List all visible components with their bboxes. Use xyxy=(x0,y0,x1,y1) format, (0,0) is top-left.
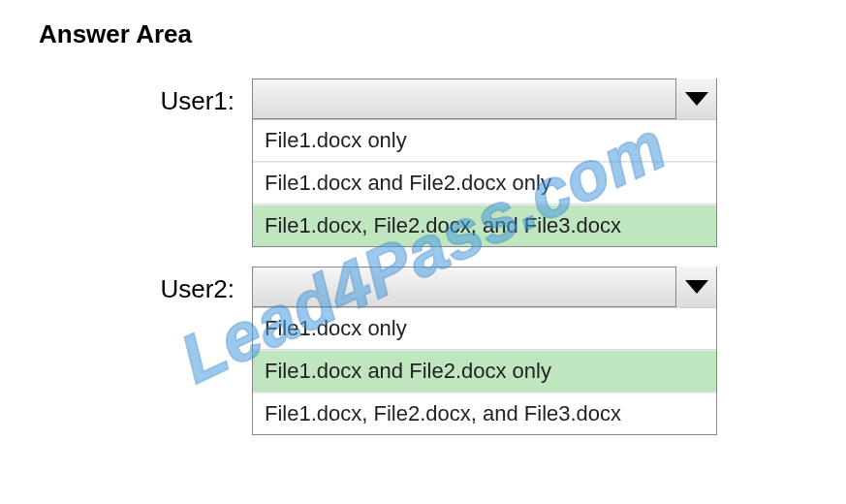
form-container: User1: File1.docx only File1.docx and Fi… xyxy=(136,79,807,435)
dropdown-option[interactable]: File1.docx, File2.docx, and File3.docx xyxy=(253,393,716,434)
chevron-down-icon xyxy=(685,280,708,294)
field-row-user2: User2: File1.docx only File1.docx and Fi… xyxy=(136,267,807,435)
label-user2: User2: xyxy=(136,267,252,304)
dropdown-option[interactable]: File1.docx only xyxy=(253,307,716,350)
dropdown-user2: File1.docx only File1.docx and File2.doc… xyxy=(252,267,717,435)
dropdown-option[interactable]: File1.docx only xyxy=(253,119,716,162)
page-title: Answer Area xyxy=(39,19,807,49)
dropdown-header-user2[interactable] xyxy=(252,267,717,307)
dropdown-list-user1: File1.docx only File1.docx and File2.doc… xyxy=(252,119,717,247)
dropdown-arrow-box-user1[interactable] xyxy=(675,79,716,119)
dropdown-option[interactable]: File1.docx, File2.docx, and File3.docx xyxy=(253,205,716,246)
chevron-down-icon xyxy=(685,92,708,106)
dropdown-option[interactable]: File1.docx and File2.docx only xyxy=(253,162,716,205)
dropdown-list-user2: File1.docx only File1.docx and File2.doc… xyxy=(252,307,717,435)
field-row-user1: User1: File1.docx only File1.docx and Fi… xyxy=(136,79,807,247)
label-user1: User1: xyxy=(136,79,252,116)
dropdown-header-user1[interactable] xyxy=(252,79,717,119)
dropdown-option[interactable]: File1.docx and File2.docx only xyxy=(253,350,716,393)
dropdown-arrow-box-user2[interactable] xyxy=(675,267,716,307)
dropdown-user1: File1.docx only File1.docx and File2.doc… xyxy=(252,79,717,247)
